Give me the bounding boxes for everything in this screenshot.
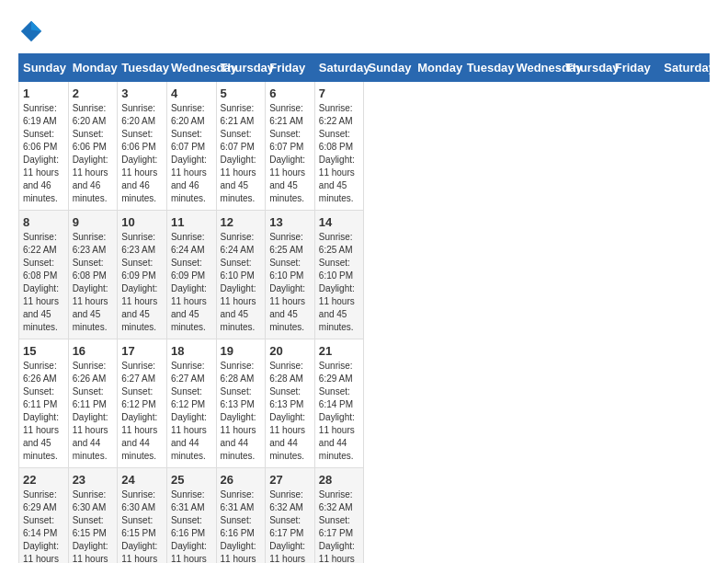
page-header — [18, 18, 710, 44]
day-number: 21 — [319, 344, 360, 358]
day-cell: 15Sunrise: 6:26 AMSunset: 6:11 PMDayligh… — [19, 339, 69, 468]
day-info: Sunrise: 6:23 AMSunset: 6:08 PMDaylight:… — [73, 231, 114, 334]
day-number: 27 — [269, 473, 311, 487]
header-day-sunday: Sunday — [19, 54, 69, 82]
day-number: 17 — [121, 344, 163, 358]
day-info: Sunrise: 6:26 AMSunset: 6:11 PMDaylight:… — [23, 360, 64, 463]
day-cell: 25Sunrise: 6:31 AMSunset: 6:16 PMDayligh… — [166, 468, 216, 564]
day-cell: 5Sunrise: 6:21 AMSunset: 6:07 PMDaylight… — [216, 82, 266, 211]
day-cell: 4Sunrise: 6:20 AMSunset: 6:07 PMDaylight… — [166, 82, 216, 211]
day-cell: 1Sunrise: 6:19 AMSunset: 6:06 PMDaylight… — [19, 82, 69, 211]
day-cell: 10Sunrise: 6:23 AMSunset: 6:09 PMDayligh… — [118, 211, 167, 339]
day-info: Sunrise: 6:24 AMSunset: 6:10 PMDaylight:… — [221, 231, 262, 334]
day-info: Sunrise: 6:21 AMSunset: 6:07 PMDaylight:… — [269, 102, 311, 205]
day-number: 13 — [269, 215, 311, 229]
calendar-header-row: SundayMondayTuesdayWednesdayThursdayFrid… — [19, 54, 710, 82]
day-cell: 12Sunrise: 6:24 AMSunset: 6:10 PMDayligh… — [216, 211, 266, 339]
day-number: 1 — [23, 86, 64, 100]
day-info: Sunrise: 6:28 AMSunset: 6:13 PMDaylight:… — [269, 360, 311, 463]
day-cell: 11Sunrise: 6:24 AMSunset: 6:09 PMDayligh… — [166, 211, 216, 339]
day-number: 19 — [221, 344, 262, 358]
header-day-monday: Monday — [68, 54, 118, 82]
day-number: 22 — [23, 473, 64, 487]
day-info: Sunrise: 6:26 AMSunset: 6:11 PMDaylight:… — [73, 360, 114, 463]
day-number: 11 — [171, 215, 212, 229]
day-number: 23 — [73, 473, 114, 487]
day-info: Sunrise: 6:32 AMSunset: 6:17 PMDaylight:… — [269, 488, 311, 563]
day-info: Sunrise: 6:25 AMSunset: 6:10 PMDaylight:… — [319, 231, 360, 334]
calendar-table: SundayMondayTuesdayWednesdayThursdayFrid… — [18, 53, 710, 563]
day-cell: 16Sunrise: 6:26 AMSunset: 6:11 PMDayligh… — [68, 339, 118, 468]
day-number: 26 — [221, 473, 262, 487]
day-info: Sunrise: 6:28 AMSunset: 6:13 PMDaylight:… — [221, 360, 262, 463]
day-info: Sunrise: 6:19 AMSunset: 6:06 PMDaylight:… — [23, 102, 64, 205]
day-cell: 14Sunrise: 6:25 AMSunset: 6:10 PMDayligh… — [314, 211, 364, 339]
header-day-wednesday: Wednesday — [512, 54, 562, 82]
day-number: 4 — [171, 86, 212, 100]
day-info: Sunrise: 6:31 AMSunset: 6:16 PMDaylight:… — [221, 488, 262, 563]
header-day-sunday: Sunday — [364, 54, 414, 82]
svg-marker-1 — [31, 21, 41, 31]
header-day-friday: Friday — [610, 54, 660, 82]
day-cell: 28Sunrise: 6:32 AMSunset: 6:17 PMDayligh… — [314, 468, 364, 564]
day-info: Sunrise: 6:30 AMSunset: 6:15 PMDaylight:… — [121, 488, 163, 563]
day-number: 9 — [73, 215, 114, 229]
header-day-saturday: Saturday — [660, 54, 710, 82]
header-day-tuesday: Tuesday — [118, 54, 167, 82]
day-number: 14 — [319, 215, 360, 229]
day-info: Sunrise: 6:20 AMSunset: 6:07 PMDaylight:… — [171, 102, 212, 205]
day-number: 24 — [121, 473, 163, 487]
header-day-friday: Friday — [266, 54, 315, 82]
header-day-thursday: Thursday — [562, 54, 611, 82]
day-cell: 13Sunrise: 6:25 AMSunset: 6:10 PMDayligh… — [266, 211, 315, 339]
header-day-saturday: Saturday — [314, 54, 364, 82]
day-info: Sunrise: 6:29 AMSunset: 6:14 PMDaylight:… — [319, 360, 360, 463]
day-cell: 27Sunrise: 6:32 AMSunset: 6:17 PMDayligh… — [266, 468, 315, 564]
day-info: Sunrise: 6:25 AMSunset: 6:10 PMDaylight:… — [269, 231, 311, 334]
day-number: 5 — [221, 86, 262, 100]
day-cell: 22Sunrise: 6:29 AMSunset: 6:14 PMDayligh… — [19, 468, 69, 564]
header-day-thursday: Thursday — [216, 54, 266, 82]
day-info: Sunrise: 6:27 AMSunset: 6:12 PMDaylight:… — [171, 360, 212, 463]
day-info: Sunrise: 6:30 AMSunset: 6:15 PMDaylight:… — [73, 488, 114, 563]
day-cell: 19Sunrise: 6:28 AMSunset: 6:13 PMDayligh… — [216, 339, 266, 468]
day-cell: 18Sunrise: 6:27 AMSunset: 6:12 PMDayligh… — [166, 339, 216, 468]
day-cell: 6Sunrise: 6:21 AMSunset: 6:07 PMDaylight… — [266, 82, 315, 211]
day-number: 18 — [171, 344, 212, 358]
day-cell: 17Sunrise: 6:27 AMSunset: 6:12 PMDayligh… — [118, 339, 167, 468]
day-info: Sunrise: 6:20 AMSunset: 6:06 PMDaylight:… — [73, 102, 114, 205]
day-number: 8 — [23, 215, 64, 229]
logo-icon — [18, 18, 44, 44]
day-number: 16 — [73, 344, 114, 358]
day-cell: 23Sunrise: 6:30 AMSunset: 6:15 PMDayligh… — [68, 468, 118, 564]
logo — [18, 18, 48, 44]
day-number: 20 — [269, 344, 311, 358]
day-number: 6 — [269, 86, 311, 100]
day-info: Sunrise: 6:29 AMSunset: 6:14 PMDaylight:… — [23, 488, 64, 563]
day-info: Sunrise: 6:23 AMSunset: 6:09 PMDaylight:… — [121, 231, 163, 334]
day-number: 10 — [121, 215, 163, 229]
day-cell: 2Sunrise: 6:20 AMSunset: 6:06 PMDaylight… — [68, 82, 118, 211]
day-number: 2 — [73, 86, 114, 100]
day-info: Sunrise: 6:21 AMSunset: 6:07 PMDaylight:… — [221, 102, 262, 205]
header-day-wednesday: Wednesday — [166, 54, 216, 82]
header-day-monday: Monday — [414, 54, 463, 82]
day-number: 25 — [171, 473, 212, 487]
day-info: Sunrise: 6:22 AMSunset: 6:08 PMDaylight:… — [319, 102, 360, 205]
day-cell: 3Sunrise: 6:20 AMSunset: 6:06 PMDaylight… — [118, 82, 167, 211]
day-cell: 9Sunrise: 6:23 AMSunset: 6:08 PMDaylight… — [68, 211, 118, 339]
header-day-tuesday: Tuesday — [462, 54, 512, 82]
week-row-4: 22Sunrise: 6:29 AMSunset: 6:14 PMDayligh… — [19, 468, 710, 564]
day-number: 7 — [319, 86, 360, 100]
day-info: Sunrise: 6:32 AMSunset: 6:17 PMDaylight:… — [319, 488, 360, 563]
day-info: Sunrise: 6:24 AMSunset: 6:09 PMDaylight:… — [171, 231, 212, 334]
day-info: Sunrise: 6:20 AMSunset: 6:06 PMDaylight:… — [121, 102, 163, 205]
day-number: 3 — [121, 86, 163, 100]
day-info: Sunrise: 6:22 AMSunset: 6:08 PMDaylight:… — [23, 231, 64, 334]
day-number: 15 — [23, 344, 64, 358]
day-info: Sunrise: 6:31 AMSunset: 6:16 PMDaylight:… — [171, 488, 212, 563]
week-row-1: 1Sunrise: 6:19 AMSunset: 6:06 PMDaylight… — [19, 82, 710, 211]
day-number: 28 — [319, 473, 360, 487]
day-cell: 8Sunrise: 6:22 AMSunset: 6:08 PMDaylight… — [19, 211, 69, 339]
day-cell: 21Sunrise: 6:29 AMSunset: 6:14 PMDayligh… — [314, 339, 364, 468]
